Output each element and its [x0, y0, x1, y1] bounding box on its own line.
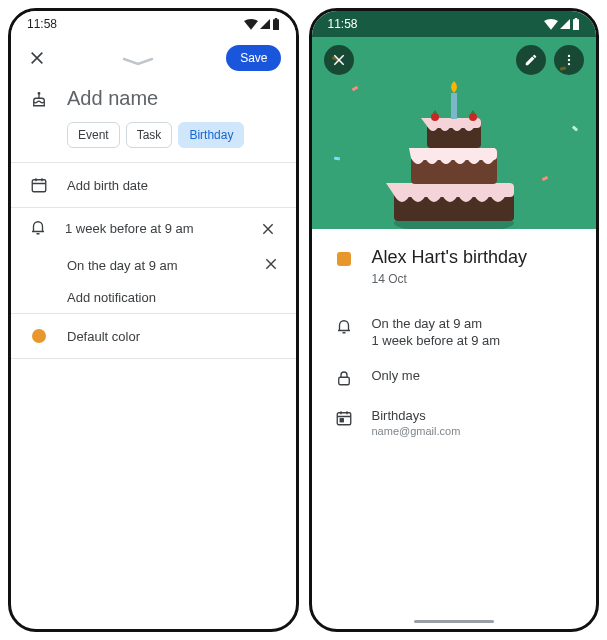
- status-time: 11:58: [328, 17, 358, 31]
- svg-rect-21: [340, 419, 343, 422]
- color-swatch-icon: [334, 247, 354, 267]
- event-date: 14 Oct: [372, 272, 528, 286]
- calendar-account: name@gmail.com: [372, 425, 461, 437]
- svg-rect-20: [337, 413, 351, 425]
- name-input[interactable]: Add name: [67, 87, 158, 110]
- add-notification-button[interactable]: Add notification: [11, 282, 296, 313]
- confetti-icon: [333, 157, 339, 161]
- add-notification-label: Add notification: [67, 290, 156, 305]
- svg-rect-19: [338, 377, 349, 385]
- svg-point-15: [431, 113, 439, 121]
- close-icon: [261, 222, 275, 236]
- close-button[interactable]: [25, 46, 49, 70]
- close-icon: [264, 257, 278, 271]
- create-birthday-screen: 11:58 Save Add name Event Task Birthday …: [8, 8, 299, 632]
- svg-point-7: [568, 63, 570, 65]
- svg-rect-0: [273, 19, 279, 30]
- chip-birthday[interactable]: Birthday: [178, 122, 244, 148]
- color-label: Default color: [67, 329, 140, 344]
- battery-icon: [272, 18, 280, 30]
- more-vert-icon: [562, 53, 576, 67]
- close-icon: [29, 50, 45, 66]
- home-indicator[interactable]: [414, 620, 494, 623]
- visibility-row: Only me: [312, 358, 597, 398]
- color-swatch-icon: [29, 326, 49, 346]
- battery-icon: [572, 18, 580, 30]
- event-hero: [312, 37, 597, 229]
- more-button[interactable]: [554, 45, 584, 75]
- bell-icon: [29, 218, 47, 239]
- confetti-icon: [572, 125, 579, 131]
- svg-rect-1: [274, 18, 276, 20]
- cake-illustration: [379, 63, 529, 229]
- calendar-row: Birthdays name@gmail.com: [312, 398, 597, 447]
- close-icon: [332, 53, 346, 67]
- reminders-row: On the day at 9 am 1 week before at 9 am: [312, 306, 597, 358]
- reminder-2-label[interactable]: On the day at 9 am: [67, 258, 264, 273]
- birth-date-row[interactable]: Add birth date: [11, 163, 296, 207]
- close-button[interactable]: [324, 45, 354, 75]
- cellular-icon: [560, 18, 570, 30]
- wifi-icon: [244, 18, 258, 30]
- visibility-label: Only me: [372, 368, 420, 383]
- remove-reminder-2[interactable]: [264, 257, 278, 274]
- confetti-icon: [542, 176, 549, 181]
- svg-point-6: [568, 59, 570, 61]
- chip-event[interactable]: Event: [67, 122, 120, 148]
- create-topbar: Save: [11, 37, 296, 75]
- color-row[interactable]: Default color: [11, 314, 296, 358]
- status-bar: 11:58: [11, 11, 296, 37]
- reminder-line-2: 1 week before at 9 am: [372, 333, 501, 348]
- wifi-icon: [544, 18, 558, 30]
- svg-rect-4: [575, 18, 577, 20]
- calendar-icon: [29, 175, 49, 195]
- svg-rect-2: [32, 180, 46, 192]
- svg-point-5: [568, 55, 570, 57]
- svg-rect-3: [573, 19, 579, 30]
- lock-icon: [334, 368, 354, 388]
- reminder-line-1: On the day at 9 am: [372, 316, 501, 331]
- view-birthday-screen: 11:58: [309, 8, 600, 632]
- svg-rect-17: [451, 93, 457, 119]
- drag-handle-icon[interactable]: [120, 53, 156, 63]
- bell-icon: [334, 316, 354, 336]
- chip-task[interactable]: Task: [126, 122, 173, 148]
- divider: [11, 358, 296, 359]
- status-time: 11:58: [27, 17, 57, 31]
- cellular-icon: [260, 18, 270, 30]
- status-bar: 11:58: [312, 11, 597, 37]
- reminder-row-2: On the day at 9 am: [11, 249, 296, 282]
- confetti-icon: [351, 86, 358, 92]
- remove-reminder-1[interactable]: [258, 219, 278, 239]
- reminder-1-label[interactable]: 1 week before at 9 am: [65, 221, 240, 236]
- type-selector: Event Task Birthday: [49, 122, 296, 162]
- cake-icon: [29, 89, 49, 109]
- calendar-name: Birthdays: [372, 408, 461, 423]
- reminder-row-1: 1 week before at 9 am: [11, 208, 296, 249]
- birth-date-label: Add birth date: [67, 178, 148, 193]
- details-section: On the day at 9 am 1 week before at 9 am…: [312, 296, 597, 457]
- event-title: Alex Hart's birthday: [372, 247, 528, 268]
- status-icons: [544, 18, 580, 30]
- save-button[interactable]: Save: [226, 45, 281, 71]
- title-row: Alex Hart's birthday 14 Oct: [312, 229, 597, 296]
- svg-point-16: [469, 113, 477, 121]
- status-icons: [244, 18, 280, 30]
- name-row: Add name: [11, 75, 296, 122]
- calendar-icon: [334, 408, 354, 428]
